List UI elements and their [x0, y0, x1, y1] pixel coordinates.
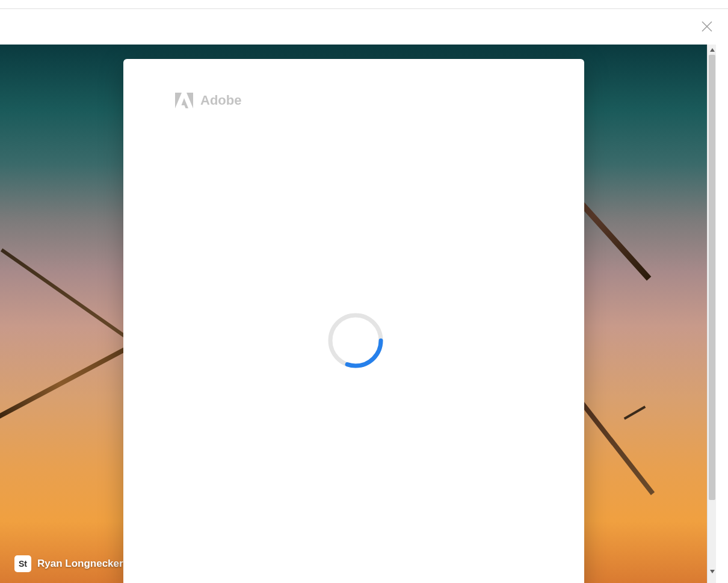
chevron-down-icon	[709, 569, 715, 575]
loading-spinner	[328, 313, 383, 368]
modal-header	[0, 9, 728, 35]
adobe-a-icon	[175, 93, 193, 108]
adobe-brand-text: Adobe	[200, 93, 241, 108]
right-margin	[716, 45, 728, 583]
vertical-scrollbar[interactable]	[707, 45, 716, 583]
background-decoration	[0, 342, 135, 426]
main-viewport: Adobe St Ryan Longnecker	[0, 9, 728, 583]
scroll-up-button[interactable]	[708, 45, 717, 55]
background-decoration	[624, 406, 646, 419]
close-icon	[702, 21, 712, 32]
window-chrome	[0, 0, 728, 9]
background-image: Adobe St Ryan Longnecker	[0, 45, 707, 583]
spinner-icon	[328, 313, 383, 368]
scroll-down-button[interactable]	[708, 566, 717, 576]
background-decoration	[1, 248, 126, 338]
close-button[interactable]	[702, 21, 712, 32]
stock-badge-label: St	[19, 559, 27, 569]
adobe-stock-badge-icon: St	[14, 555, 31, 572]
scrollbar-thumb[interactable]	[709, 55, 715, 500]
login-modal: Adobe	[123, 59, 584, 583]
adobe-logo: Adobe	[175, 93, 241, 108]
photographer-name: Ryan Longnecker	[37, 558, 123, 570]
photo-attribution[interactable]: St Ryan Longnecker	[14, 555, 123, 572]
chevron-up-icon	[709, 47, 715, 53]
